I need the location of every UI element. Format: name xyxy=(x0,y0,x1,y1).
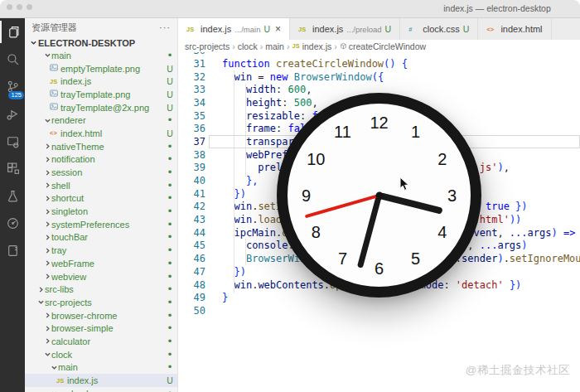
tree-folder-notification[interactable]: notification• xyxy=(25,153,177,167)
tree-folder-preload[interactable]: preload• xyxy=(25,387,177,392)
code-line-50[interactable]: 50 xyxy=(178,304,580,317)
chevron-right-icon: › xyxy=(334,41,337,51)
tree-folder-src-libs[interactable]: src-libs• xyxy=(25,283,177,296)
file-tree: main•emptyTemplate.pngUJSindex.jsUtrayTe… xyxy=(25,49,177,392)
mouse-cursor-icon xyxy=(399,177,410,191)
git-status-badge: • xyxy=(162,169,177,176)
line-number: 42 xyxy=(178,201,205,212)
clock-number-4: 4 xyxy=(437,222,447,241)
minimize-window-button[interactable] xyxy=(17,4,22,10)
git-status-badge: • xyxy=(162,312,177,319)
tree-folder-touchBar[interactable]: touchBar• xyxy=(25,231,177,244)
zoom-window-button[interactable] xyxy=(27,4,32,10)
git-status-badge: • xyxy=(162,221,177,228)
activity-run-debug[interactable] xyxy=(0,100,25,128)
line-number: 37 xyxy=(178,136,205,148)
tree-folder-systemPreferences[interactable]: systemPreferences• xyxy=(25,218,177,231)
code-line-31[interactable]: 31function createCircleWindow() { xyxy=(178,57,580,70)
line-number: 46 xyxy=(178,253,205,264)
tree-folder-main[interactable]: main• xyxy=(25,361,177,375)
tree-folder-singleton[interactable]: singleton• xyxy=(25,205,177,218)
sidebar-header: 资源管理器 ··· xyxy=(25,18,177,36)
vscode-window: index.js — electron-desktop 125 资源管理器 ··… xyxy=(0,0,580,392)
activity-testing[interactable] xyxy=(0,182,25,210)
line-number: 36 xyxy=(178,123,205,134)
clock-number-10: 10 xyxy=(307,149,325,168)
git-status-badge: • xyxy=(162,260,177,267)
chevron-right-icon: › xyxy=(260,41,263,51)
clock-number-1: 1 xyxy=(411,123,420,142)
tab-index.html[interactable]: <>index.html xyxy=(478,18,551,40)
git-status-badge: • xyxy=(162,273,177,280)
tree-folder-session[interactable]: session• xyxy=(25,166,177,179)
line-number: 34 xyxy=(178,97,205,109)
tree-folder-renderer[interactable]: renderer• xyxy=(25,114,177,127)
hour-hand xyxy=(379,192,443,215)
tab-index.js[interactable]: JSindex.js.../preloadU xyxy=(290,18,400,40)
git-status-badge: • xyxy=(162,299,177,306)
tab-index.js[interactable]: JSindex.js.../mainU× xyxy=(178,18,290,40)
git-status-badge: • xyxy=(162,325,177,332)
tree-folder-browser-simple[interactable]: browser-simple• xyxy=(25,322,177,335)
git-status-badge: • xyxy=(162,351,177,358)
line-number: 33 xyxy=(178,84,205,95)
git-status-badge: • xyxy=(162,208,177,215)
sidebar-title: 资源管理器 xyxy=(31,22,159,34)
tree-file-emptyTemplate.png[interactable]: emptyTemplate.pngU xyxy=(25,62,177,75)
tree-folder-nativeTheme[interactable]: nativeTheme• xyxy=(25,140,177,153)
tree-folder-browser-chrome[interactable]: browser-chrome• xyxy=(25,309,177,322)
activity-references[interactable] xyxy=(0,210,25,237)
watermark: @稀土掘金技术社区 xyxy=(466,363,570,378)
tree-file-index.html[interactable]: <>index.htmlU xyxy=(25,127,177,140)
breadcrumb-item-index.js[interactable]: JSindex.js xyxy=(292,41,331,51)
tab-clock.css[interactable]: #clock.cssU xyxy=(400,18,478,40)
git-status-badge: • xyxy=(162,117,177,123)
tree-file-trayTemplate@2x.png[interactable]: trayTemplate@2x.pngU xyxy=(25,101,177,114)
git-status-badge: U xyxy=(162,76,177,86)
activity-source-control[interactable]: 125 xyxy=(0,73,25,100)
sidebar-section-header[interactable]: ELECTRON-DESKTOP xyxy=(25,36,177,49)
line-number: 47 xyxy=(178,266,205,278)
close-icon[interactable]: × xyxy=(275,23,281,35)
git-status-badge: U xyxy=(162,128,177,138)
code-line-32[interactable]: 32 win = new BrowserWindow({ xyxy=(178,70,580,84)
tree-folder-src-projects[interactable]: src-projects• xyxy=(25,296,177,309)
clock-number-12: 12 xyxy=(370,113,388,132)
git-status-badge: U xyxy=(263,24,270,34)
breadcrumb-item-createCircleWindow[interactable]: createCircleWindow xyxy=(340,41,426,51)
git-status-badge: • xyxy=(162,338,177,345)
clock-number-8: 8 xyxy=(312,222,321,241)
window-title: index.js — electron-desktop xyxy=(365,3,580,13)
clock-number-2: 2 xyxy=(437,149,447,168)
activity-remote-explorer[interactable] xyxy=(0,128,25,155)
sidebar-actions-button[interactable]: ··· xyxy=(159,22,171,32)
tree-folder-webview[interactable]: webview• xyxy=(25,270,177,283)
tree-folder-main[interactable]: main• xyxy=(25,49,177,62)
tree-file-trayTemplate.png[interactable]: trayTemplate.pngU xyxy=(25,88,177,101)
tree-file-index.js[interactable]: JSindex.jsU xyxy=(25,374,177,387)
clock-window[interactable]: 123456789101112 xyxy=(277,93,481,298)
activity-extensions[interactable] xyxy=(0,155,25,182)
tree-folder-tray[interactable]: tray• xyxy=(25,244,177,257)
line-number: 49 xyxy=(178,292,205,303)
breadcrumb-item-src-projects[interactable]: src-projects xyxy=(185,41,230,51)
git-status-badge: • xyxy=(162,156,177,162)
tree-folder-shell[interactable]: shell• xyxy=(25,179,177,192)
tree-folder-shortcut[interactable]: shortcut• xyxy=(25,192,177,206)
close-window-button[interactable] xyxy=(7,4,12,10)
activity-explorer[interactable] xyxy=(0,18,25,46)
breadcrumb-item-clock[interactable]: clock xyxy=(238,41,258,51)
tree-folder-clock[interactable]: clock• xyxy=(25,348,177,361)
breadcrumb-item-main[interactable]: main xyxy=(265,41,284,51)
tree-folder-webFrame[interactable]: webFrame• xyxy=(25,257,177,270)
tree-folder-calculator[interactable]: calculator• xyxy=(25,335,177,348)
second-hand xyxy=(305,194,379,218)
tree-file-index.js[interactable]: JSindex.jsU xyxy=(25,75,177,88)
activity-notebook[interactable] xyxy=(0,237,25,264)
sidebar-section-label: ELECTRON-DESKTOP xyxy=(38,38,135,48)
git-status-badge: • xyxy=(162,234,177,240)
line-number: 32 xyxy=(178,71,205,83)
activity-search[interactable] xyxy=(0,46,25,73)
line-number: 48 xyxy=(178,279,205,291)
titlebar: index.js — electron-desktop xyxy=(0,0,580,18)
